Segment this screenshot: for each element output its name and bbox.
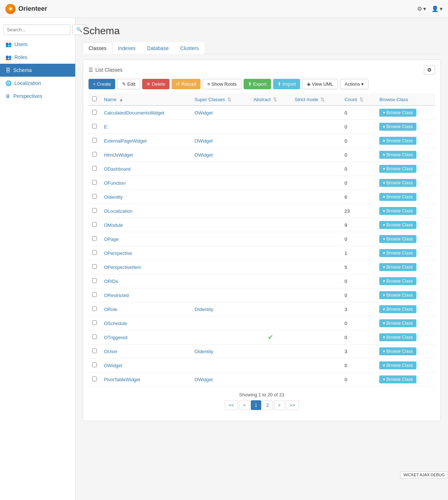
browse-class-button[interactable]: ▾ Browse Class [379,291,416,299]
tab-classes[interactable]: Classes [83,42,112,54]
page-2-button[interactable]: 2 [262,400,273,410]
browse-class-button[interactable]: ▾ Browse Class [379,207,416,215]
search-input[interactable] [4,24,71,35]
row-checkbox[interactable] [92,180,97,185]
class-link[interactable]: OPage [104,237,118,242]
class-link[interactable]: OSchedule [104,321,127,326]
browse-class-button[interactable]: ▾ Browse Class [379,375,416,383]
user-button[interactable]: 👤 ▾ [431,5,443,12]
page-current-button[interactable]: 1 [251,400,261,410]
class-link[interactable]: OTriggered [104,335,127,340]
super-class-link[interactable]: OIdentity [195,349,213,354]
browse-class-button[interactable]: ▾ Browse Class [379,361,416,369]
super-class-link[interactable]: OWidget [195,377,213,382]
reload-button[interactable]: ↺ Reload [172,79,200,89]
class-link[interactable]: OWidget [104,363,122,368]
export-button[interactable]: ⬆ Export [244,79,271,89]
page-first-button[interactable]: << [225,400,238,410]
browse-class-button[interactable]: ▾ Browse Class [379,235,416,243]
actions-button[interactable]: Actions ▾ [340,79,368,89]
class-link[interactable]: ODashboard [104,166,131,172]
super-class-link[interactable]: OWidget [195,152,213,158]
row-checkbox[interactable] [92,166,97,171]
settings-button[interactable]: ⚙ ▾ [417,5,426,12]
row-checkbox[interactable] [92,264,97,269]
row-checkbox[interactable] [92,278,97,283]
browse-class-button[interactable]: ▾ Browse Class [379,263,416,271]
sidebar-item-users[interactable]: 👥Users [0,38,75,51]
class-link[interactable]: HtmlJsWidget [104,152,133,158]
row-checkbox[interactable] [92,222,97,227]
row-checkbox[interactable] [92,362,97,367]
wicket-debug-badge[interactable]: WICKET AJAX DEBUG [400,471,448,478]
import-button[interactable]: ⬆ Import [273,79,300,89]
page-prev-button[interactable]: < [239,400,250,410]
page-next-button[interactable]: > [274,400,285,410]
row-checkbox[interactable] [92,377,97,381]
row-checkbox[interactable] [92,194,97,199]
show-roots-button[interactable]: ≡ Show Roots [203,79,241,89]
super-class-link[interactable]: OWidget [195,138,213,144]
col-count[interactable]: Count ⇅ [341,94,376,105]
browse-class-button[interactable]: ▾ Browse Class [379,137,416,145]
col-strict-mode[interactable]: Strict mode ⇅ [291,94,341,105]
row-checkbox[interactable] [92,320,97,325]
card-settings-button[interactable]: ⚙ [424,65,435,75]
row-checkbox[interactable] [92,292,97,297]
row-checkbox[interactable] [92,334,97,339]
col-name[interactable]: Name ▲ [100,94,191,105]
browse-class-button[interactable]: ▾ Browse Class [379,333,416,341]
class-link[interactable]: ORole [104,307,117,312]
sidebar-item-roles[interactable]: 👥Roles [0,51,75,64]
class-link[interactable]: OModule [104,222,123,228]
row-checkbox[interactable] [92,236,97,241]
sidebar-item-schema[interactable]: 🗄Schema [0,64,75,77]
tab-indexes[interactable]: Indexes [112,42,141,54]
super-class-link[interactable]: OWidget [195,110,213,116]
edit-button[interactable]: ✎ Edit [117,79,140,89]
class-link[interactable]: ExternalPageWidget [104,138,147,144]
class-link[interactable]: OPerspective [104,251,132,256]
create-button[interactable]: + Create [89,79,115,89]
row-checkbox[interactable] [92,110,97,114]
class-link[interactable]: PivotTableWidget [104,377,140,382]
class-link[interactable]: OIdentity [104,194,123,200]
sidebar-item-localization[interactable]: 🌐Localization [0,77,75,90]
row-checkbox[interactable] [92,348,97,353]
class-link[interactable]: E [104,124,107,130]
tab-clusters[interactable]: Clusters [175,42,204,54]
browse-class-button[interactable]: ▾ Browse Class [379,193,416,201]
row-checkbox[interactable] [92,138,97,143]
class-link[interactable]: ORIDs [104,279,118,284]
browse-class-button[interactable]: ▾ Browse Class [379,347,416,355]
class-link[interactable]: OFunction [104,180,126,186]
browse-class-button[interactable]: ▾ Browse Class [379,151,416,159]
browse-class-button[interactable]: ▾ Browse Class [379,179,416,187]
tab-database[interactable]: Database [141,42,175,54]
class-link[interactable]: OPerspectiveItem [104,265,141,270]
row-checkbox[interactable] [92,152,97,157]
row-checkbox[interactable] [92,124,97,129]
class-link[interactable]: OUser [104,349,118,354]
browse-class-button[interactable]: ▾ Browse Class [379,165,416,173]
delete-button[interactable]: ✕ Delete [142,79,169,89]
view-uml-button[interactable]: ◈ View UML [302,79,338,89]
select-all-checkbox[interactable] [92,96,97,101]
browse-class-button[interactable]: ▾ Browse Class [379,221,416,229]
sidebar-item-perspectives[interactable]: 🖥Perspectives [0,90,75,103]
row-checkbox[interactable] [92,306,97,311]
col-abstract[interactable]: Abstract ⇅ [250,94,291,105]
super-class-link[interactable]: OIdentity [195,307,213,312]
browse-class-button[interactable]: ▾ Browse Class [379,277,416,285]
browse-class-button[interactable]: ▾ Browse Class [379,319,416,327]
class-link[interactable]: ORestricted [104,293,129,298]
class-link[interactable]: CalculatedDocumentsWidget [104,110,164,116]
class-link[interactable]: OLocalization [104,208,132,214]
browse-class-button[interactable]: ▾ Browse Class [379,249,416,257]
page-last-button[interactable]: >> [286,400,299,410]
col-super-classes[interactable]: Super Classes ⇅ [191,94,250,105]
row-checkbox[interactable] [92,208,97,213]
browse-class-button[interactable]: ▾ Browse Class [379,123,416,131]
browse-class-button[interactable]: ▾ Browse Class [379,305,416,313]
row-checkbox[interactable] [92,250,97,255]
